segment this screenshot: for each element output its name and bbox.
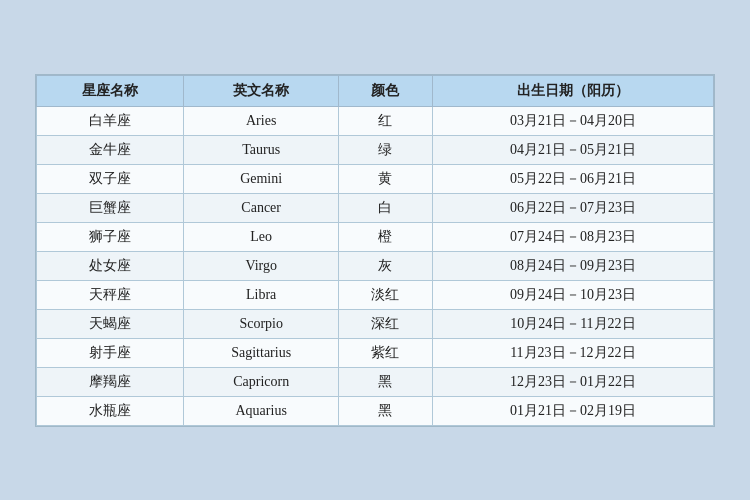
column-header: 星座名称 xyxy=(37,75,184,106)
zodiac-table-container: 星座名称英文名称颜色出生日期（阳历） 白羊座Aries红03月21日－04月20… xyxy=(35,74,715,427)
table-cell: Leo xyxy=(184,222,339,251)
table-cell: 08月24日－09月23日 xyxy=(432,251,713,280)
column-header: 英文名称 xyxy=(184,75,339,106)
column-header: 出生日期（阳历） xyxy=(432,75,713,106)
table-cell: 淡红 xyxy=(339,280,433,309)
table-cell: 深红 xyxy=(339,309,433,338)
table-cell: 狮子座 xyxy=(37,222,184,251)
table-cell: Gemini xyxy=(184,164,339,193)
table-row: 天秤座Libra淡红09月24日－10月23日 xyxy=(37,280,714,309)
table-row: 水瓶座Aquarius黑01月21日－02月19日 xyxy=(37,396,714,425)
table-row: 狮子座Leo橙07月24日－08月23日 xyxy=(37,222,714,251)
table-cell: 灰 xyxy=(339,251,433,280)
zodiac-table: 星座名称英文名称颜色出生日期（阳历） 白羊座Aries红03月21日－04月20… xyxy=(36,75,714,426)
table-cell: Sagittarius xyxy=(184,338,339,367)
table-row: 天蝎座Scorpio深红10月24日－11月22日 xyxy=(37,309,714,338)
table-cell: 绿 xyxy=(339,135,433,164)
table-row: 双子座Gemini黄05月22日－06月21日 xyxy=(37,164,714,193)
table-cell: 白 xyxy=(339,193,433,222)
table-cell: Capricorn xyxy=(184,367,339,396)
table-row: 射手座Sagittarius紫红11月23日－12月22日 xyxy=(37,338,714,367)
table-cell: 10月24日－11月22日 xyxy=(432,309,713,338)
table-cell: 黑 xyxy=(339,396,433,425)
column-header: 颜色 xyxy=(339,75,433,106)
table-cell: Taurus xyxy=(184,135,339,164)
table-cell: 金牛座 xyxy=(37,135,184,164)
table-cell: 水瓶座 xyxy=(37,396,184,425)
table-cell: 射手座 xyxy=(37,338,184,367)
table-cell: Aquarius xyxy=(184,396,339,425)
table-cell: 05月22日－06月21日 xyxy=(432,164,713,193)
table-cell: 橙 xyxy=(339,222,433,251)
table-cell: 双子座 xyxy=(37,164,184,193)
table-cell: 12月23日－01月22日 xyxy=(432,367,713,396)
table-cell: 白羊座 xyxy=(37,106,184,135)
table-cell: 11月23日－12月22日 xyxy=(432,338,713,367)
table-cell: 处女座 xyxy=(37,251,184,280)
table-cell: 09月24日－10月23日 xyxy=(432,280,713,309)
table-cell: 天秤座 xyxy=(37,280,184,309)
table-cell: 03月21日－04月20日 xyxy=(432,106,713,135)
table-cell: 红 xyxy=(339,106,433,135)
table-cell: 04月21日－05月21日 xyxy=(432,135,713,164)
table-cell: 黑 xyxy=(339,367,433,396)
table-row: 摩羯座Capricorn黑12月23日－01月22日 xyxy=(37,367,714,396)
table-row: 处女座Virgo灰08月24日－09月23日 xyxy=(37,251,714,280)
table-cell: 摩羯座 xyxy=(37,367,184,396)
table-cell: 天蝎座 xyxy=(37,309,184,338)
table-cell: 巨蟹座 xyxy=(37,193,184,222)
table-cell: 06月22日－07月23日 xyxy=(432,193,713,222)
table-row: 巨蟹座Cancer白06月22日－07月23日 xyxy=(37,193,714,222)
table-row: 白羊座Aries红03月21日－04月20日 xyxy=(37,106,714,135)
table-cell: Libra xyxy=(184,280,339,309)
table-header-row: 星座名称英文名称颜色出生日期（阳历） xyxy=(37,75,714,106)
table-cell: Aries xyxy=(184,106,339,135)
table-cell: Cancer xyxy=(184,193,339,222)
table-cell: Virgo xyxy=(184,251,339,280)
table-cell: 07月24日－08月23日 xyxy=(432,222,713,251)
table-row: 金牛座Taurus绿04月21日－05月21日 xyxy=(37,135,714,164)
table-cell: Scorpio xyxy=(184,309,339,338)
table-cell: 01月21日－02月19日 xyxy=(432,396,713,425)
table-cell: 黄 xyxy=(339,164,433,193)
table-cell: 紫红 xyxy=(339,338,433,367)
